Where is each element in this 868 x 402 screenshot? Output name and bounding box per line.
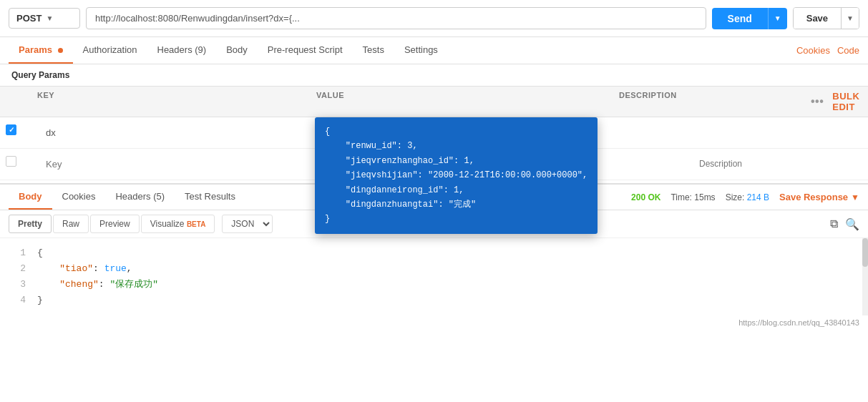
format-tab-pretty[interactable]: Pretty xyxy=(9,215,52,233)
popup-line-6: "dingdanzhuangtai": "完成" xyxy=(325,197,587,212)
save-button-group: Save ▼ xyxy=(793,7,859,29)
send-arrow-button[interactable]: ▼ xyxy=(768,8,787,29)
method-select[interactable]: POST ▼ xyxy=(9,8,80,29)
bulk-edit-button[interactable]: Bulk Edit xyxy=(832,91,859,112)
popup-line-4: "jieqvshijian": "2000-12-21T16:00:00.000… xyxy=(325,168,587,182)
scrollbar-thumb[interactable] xyxy=(862,238,868,267)
popup-line-1: { xyxy=(325,124,587,139)
save-button[interactable]: Save xyxy=(794,8,841,29)
more-options-icon[interactable]: ••• xyxy=(805,92,829,111)
footer-link: https://blog.csdn.net/qq_43840143 xyxy=(0,315,868,330)
key-input-2[interactable] xyxy=(37,153,306,175)
url-bar: POST ▼ Send ▼ Save ▼ xyxy=(0,0,868,37)
tab-authorization[interactable]: Authorization xyxy=(73,37,147,64)
search-icon[interactable]: 🔍 xyxy=(845,217,859,231)
row-desc-cell xyxy=(682,117,868,126)
popup-line-5: "dingdanneirong_id": 1, xyxy=(325,183,587,197)
tab-body[interactable]: Body xyxy=(216,37,258,64)
format-icons: ⧉ 🔍 xyxy=(830,217,859,231)
key-input[interactable] xyxy=(37,122,306,144)
params-dot xyxy=(58,48,63,53)
popup-line-7: } xyxy=(325,212,587,226)
params-table-header: KEY VALUE DESCRIPTION ••• Bulk Edit xyxy=(0,87,868,117)
header-key-col: KEY xyxy=(29,87,308,117)
tab-settings[interactable]: Settings xyxy=(394,37,448,64)
row-checkbox-empty[interactable] xyxy=(6,156,16,167)
status-ok: 200 OK xyxy=(631,192,660,202)
params-table: KEY VALUE DESCRIPTION ••• Bulk Edit { "r… xyxy=(0,86,868,180)
main-tabs-bar: Params Authorization Headers (9) Body Pr… xyxy=(0,37,868,64)
header-check-col xyxy=(0,87,29,117)
format-tab-raw[interactable]: Raw xyxy=(53,215,89,233)
tabs-right: Cookies Code xyxy=(796,45,859,56)
method-chevron-icon: ▼ xyxy=(46,14,53,22)
header-actions-col: ••• Bulk Edit xyxy=(796,87,868,117)
save-response-arrow-icon: ▼ xyxy=(851,192,859,202)
format-tab-preview[interactable]: Preview xyxy=(90,215,140,233)
value-popup: { "renwu_id": 3, "jieqvrenzhanghao_id": … xyxy=(315,117,598,234)
save-arrow-button[interactable]: ▼ xyxy=(841,8,859,29)
response-status-bar: 200 OK Time: 15ms Size: 214 B Save Respo… xyxy=(631,192,859,202)
tab-tests[interactable]: Tests xyxy=(353,37,394,64)
code-line-4: 4 } xyxy=(11,293,857,308)
method-label: POST xyxy=(16,13,42,24)
code-link[interactable]: Code xyxy=(837,45,859,56)
format-type-select[interactable]: JSON xyxy=(222,215,273,233)
resp-tab-test-results[interactable]: Test Results xyxy=(175,185,245,210)
cookies-link[interactable]: Cookies xyxy=(796,45,830,56)
row-key-cell xyxy=(29,117,315,148)
save-response-button[interactable]: Save Response ▼ xyxy=(779,192,859,202)
row-value-cell[interactable]: { "renwu_id": 3, "jieqvrenzhanghao_id": … xyxy=(315,117,682,139)
send-button-group: Send ▼ xyxy=(712,8,787,29)
header-value-col: VALUE xyxy=(308,87,610,117)
send-button[interactable]: Send xyxy=(712,8,768,29)
status-size: Size: 214 B xyxy=(726,192,769,202)
query-params-header: Query Params xyxy=(0,64,868,86)
tab-params[interactable]: Params xyxy=(9,37,73,64)
code-line-3: 3 "cheng": "保存成功" xyxy=(11,277,857,293)
beta-badge: BETA xyxy=(187,220,205,228)
format-tab-visualize[interactable]: Visualize BETA xyxy=(141,215,215,233)
code-line-1: 1 { xyxy=(11,245,857,261)
row-checkbox[interactable] xyxy=(6,124,16,135)
status-time: Time: 15ms xyxy=(670,192,715,202)
row-desc-cell-2 xyxy=(682,149,868,179)
code-scroll-area: 1 { 2 "tiao": true, 3 "cheng": "保存成功" 4 … xyxy=(0,238,868,315)
header-desc-col: DESCRIPTION xyxy=(610,87,796,117)
resp-tab-cookies[interactable]: Cookies xyxy=(52,185,106,210)
popup-line-3: "jieqvrenzhanghao_id": 1, xyxy=(325,154,587,168)
copy-icon[interactable]: ⧉ xyxy=(830,217,838,231)
table-row: { "renwu_id": 3, "jieqvrenzhanghao_id": … xyxy=(0,117,868,149)
resp-tab-headers[interactable]: Headers (5) xyxy=(105,185,175,210)
vertical-scrollbar[interactable] xyxy=(862,238,868,315)
row-checkbox-cell-2 xyxy=(0,149,29,174)
resp-tab-body[interactable]: Body xyxy=(9,185,52,210)
row-key-cell-2 xyxy=(29,149,315,180)
row-checkbox-cell[interactable] xyxy=(0,117,29,142)
size-value: 214 B xyxy=(747,192,769,202)
url-input[interactable] xyxy=(86,7,706,29)
tab-pre-request-script[interactable]: Pre-request Script xyxy=(258,37,353,64)
desc-input-2[interactable] xyxy=(691,153,859,175)
tab-headers[interactable]: Headers (9) xyxy=(147,37,217,64)
popup-line-2: "renwu_id": 3, xyxy=(325,139,587,153)
code-line-2: 2 "tiao": true, xyxy=(11,261,857,277)
code-output: 1 { 2 "tiao": true, 3 "cheng": "保存成功" 4 … xyxy=(0,238,868,315)
